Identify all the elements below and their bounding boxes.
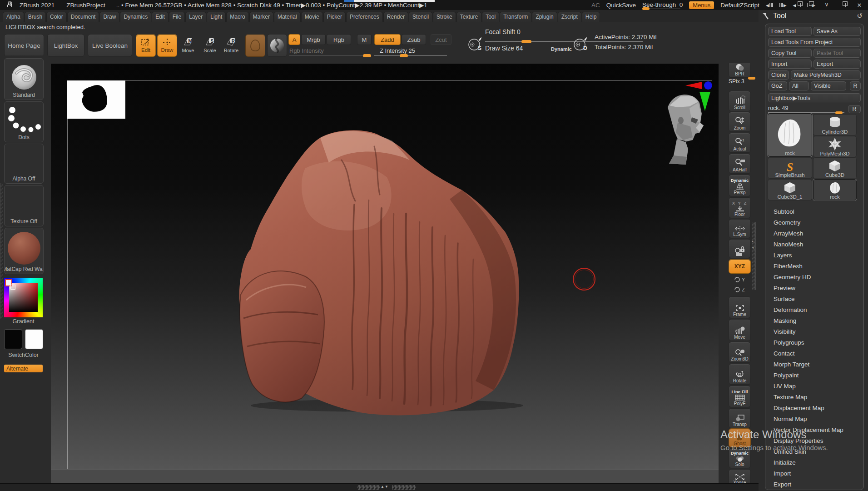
- close-button[interactable]: ✕: [854, 2, 864, 9]
- edit-button[interactable]: Edit: [136, 34, 156, 57]
- tool-section-nanomesh[interactable]: NanoMesh: [766, 239, 863, 250]
- scale-gizmo-button[interactable]: S Scale: [200, 34, 220, 56]
- import-button[interactable]: Import: [768, 60, 812, 69]
- current-material-button[interactable]: [267, 34, 287, 57]
- menu-tool[interactable]: Tool: [482, 12, 499, 22]
- left-scrollbar[interactable]: [0, 183, 3, 319]
- aahalf-button[interactable]: AAHalf: [729, 154, 751, 174]
- scroll-down-arrow[interactable]: ◂: [752, 246, 754, 250]
- menu-edit[interactable]: Edit: [152, 12, 169, 22]
- persp-button[interactable]: Dynamic Persp: [729, 175, 751, 196]
- alternate-button[interactable]: Alternate: [4, 365, 43, 372]
- quicksave-button[interactable]: QuickSave: [606, 2, 636, 9]
- lightbox-tools-button[interactable]: Lightbox▶Tools: [768, 93, 861, 102]
- tool-section-fibermesh[interactable]: FiberMesh: [766, 261, 863, 271]
- document-thumbnail[interactable]: [67, 80, 125, 119]
- lightbox-button[interactable]: LightBox: [47, 34, 84, 57]
- polyframe-button[interactable]: Line Fill PolyF: [729, 386, 751, 407]
- a-button[interactable]: A: [288, 34, 300, 45]
- all-button[interactable]: All: [789, 81, 809, 90]
- main-color-swatch[interactable]: [4, 329, 22, 349]
- tool-section-displacement-map[interactable]: Displacement Map: [766, 402, 863, 413]
- zsub-button[interactable]: Zsub: [402, 34, 426, 45]
- m-button[interactable]: M: [357, 34, 372, 45]
- rotate-gizmo-button[interactable]: R Rotate: [221, 34, 241, 56]
- draw-button[interactable]: Draw: [157, 34, 177, 57]
- tool-section-morph-target[interactable]: Morph Target: [766, 359, 863, 370]
- solo-button[interactable]: Dynamic Solo: [729, 448, 751, 468]
- goz-button[interactable]: GoZ: [768, 81, 787, 90]
- tool-section-uv-map[interactable]: UV Map: [766, 381, 863, 391]
- tool-section-unified-skin[interactable]: Unified Skin: [766, 446, 863, 457]
- menu-color[interactable]: Color: [46, 12, 67, 22]
- load-tools-from-project-button[interactable]: Load Tools From Project: [768, 38, 861, 47]
- menu-marker[interactable]: Marker: [249, 12, 273, 22]
- tool-section-preview[interactable]: Preview: [766, 282, 863, 293]
- scroll-up-arrow[interactable]: ▸: [752, 239, 754, 243]
- panel-reset-icon[interactable]: ↺: [857, 12, 863, 20]
- scroll-button[interactable]: Scroll: [729, 91, 751, 111]
- frame-button[interactable]: Frame: [729, 296, 751, 318]
- tool-panel-header[interactable]: Tool ↺: [759, 9, 868, 23]
- menu-draw[interactable]: Draw: [99, 12, 119, 22]
- tool-section-texture-map[interactable]: Texture Map: [766, 391, 863, 402]
- current-brush-button[interactable]: Standard: [4, 58, 44, 100]
- rotate-view-button[interactable]: Rotate: [729, 364, 751, 385]
- zadd-button[interactable]: Zadd: [374, 34, 401, 45]
- spix-handle[interactable]: [748, 77, 755, 80]
- tool-thumb-cube3d[interactable]: Cube3D: [813, 157, 857, 179]
- minimize-button[interactable]: ⊻: [822, 2, 832, 9]
- tool-section-geometry[interactable]: Geometry: [766, 217, 863, 228]
- tool-section-geometry-hd[interactable]: Geometry HD: [766, 271, 863, 282]
- menu-layer[interactable]: Layer: [185, 12, 206, 22]
- next-layout-icon[interactable]: ▸: [807, 1, 815, 9]
- tool-section-contact[interactable]: Contact: [766, 348, 863, 359]
- current-stroke-button[interactable]: Dots: [4, 101, 44, 142]
- rgb-button[interactable]: Rgb: [327, 34, 351, 45]
- s-brush-icon[interactable]: S: [466, 35, 484, 54]
- strip-scrollbar[interactable]: ▸ ◂: [752, 222, 756, 290]
- shrink-right-icon[interactable]: ▸: [779, 1, 787, 9]
- zoom3d-button[interactable]: Zoom3D: [729, 342, 751, 363]
- focal-shift-slider[interactable]: Focal Shift 0: [485, 28, 521, 35]
- menu-zplugin[interactable]: Zplugin: [532, 12, 557, 22]
- tool-section-subtool[interactable]: Subtool: [766, 206, 863, 217]
- load-tool-button[interactable]: Load Tool: [768, 27, 812, 36]
- xyz-rotation-button[interactable]: XYZ: [729, 259, 751, 274]
- tool-section-import[interactable]: Import: [766, 468, 863, 479]
- make-polymesh3d-button[interactable]: Make PolyMesh3D: [791, 70, 861, 80]
- tool-thumb-rock-small[interactable]: rock: [813, 179, 857, 200]
- focal-shift-handle[interactable]: [521, 40, 531, 43]
- bottom-scrollbar-left[interactable]: [357, 485, 380, 490]
- menu-zscript[interactable]: Zscript: [558, 12, 581, 22]
- tool-thumb-rock-active[interactable]: rock: [768, 113, 812, 157]
- menu-file[interactable]: File: [169, 12, 185, 22]
- tool-section-export[interactable]: Export: [766, 479, 863, 490]
- dynamic-label[interactable]: Dynamic: [551, 46, 572, 52]
- switch-color-label[interactable]: SwitchColor: [4, 352, 43, 358]
- see-through-handle[interactable]: [642, 7, 650, 10]
- tool-section-layers[interactable]: Layers: [766, 250, 863, 261]
- tool-section-polygroups[interactable]: Polygroups: [766, 337, 863, 348]
- paste-tool-button[interactable]: Paste Tool: [813, 49, 861, 58]
- z-rotation-button[interactable]: Z: [729, 286, 750, 294]
- current-material-slot[interactable]: MatCap Red Wax: [4, 228, 44, 274]
- menu-movie[interactable]: Movie: [301, 12, 323, 22]
- slider-r-button[interactable]: R: [848, 105, 861, 113]
- shrink-left-icon[interactable]: ◂: [766, 1, 773, 9]
- bottom-scrollbar-right[interactable]: [392, 485, 416, 490]
- current-alpha-slot[interactable]: Alpha Off: [4, 144, 44, 184]
- d-brush-icon[interactable]: D: [571, 35, 590, 54]
- tool-thumb-polymesh3d[interactable]: PolyMesh3D: [813, 136, 857, 157]
- bottom-scroll-arrows[interactable]: ▲▼: [381, 485, 389, 489]
- current-texture-slot[interactable]: Texture Off: [4, 185, 44, 226]
- see-through-slider[interactable]: See-through 0: [642, 1, 683, 9]
- spix-slider[interactable]: SPix 3: [729, 78, 750, 85]
- menu-preferences[interactable]: Preferences: [346, 12, 383, 22]
- mrgb-button[interactable]: Mrgb: [301, 34, 326, 45]
- live-boolean-button[interactable]: Live Boolean: [88, 34, 132, 57]
- tool-section-visibility[interactable]: Visibility: [766, 326, 863, 337]
- menu-texture[interactable]: Texture: [456, 12, 481, 22]
- menus-button[interactable]: Menus: [689, 1, 714, 9]
- menu-macro[interactable]: Macro: [226, 12, 248, 22]
